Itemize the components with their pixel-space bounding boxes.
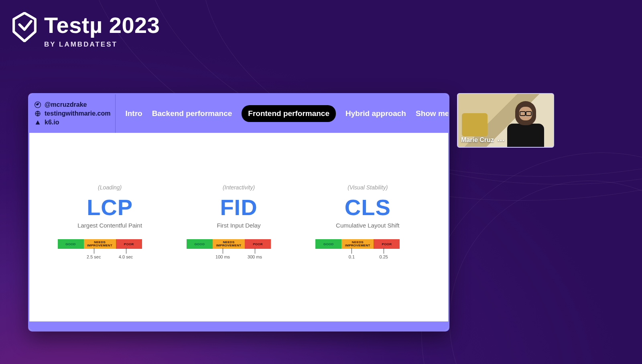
bg-swoosh: [421, 153, 642, 364]
bar-mid: NEEDS IMPROVEMENT: [341, 239, 374, 249]
threshold-high: 0.25: [379, 254, 388, 259]
threshold-ticks: 0.1 0.25: [325, 249, 410, 260]
threshold-low: 100 ms: [215, 254, 230, 259]
threshold-low: 0.1: [349, 254, 355, 259]
metric-abbr: FID: [187, 196, 291, 219]
globe-icon: [34, 110, 41, 117]
metric-cls: (Visual Stability) CLS Cumulative Layout…: [315, 184, 420, 260]
threshold-bar: GOOD NEEDS IMPROVEMENT POOR: [58, 239, 142, 249]
event-subtitle: BY LAMBDATEST: [44, 41, 160, 49]
presenter-name: Marie Cruz •••: [461, 136, 505, 144]
speaker-site: testingwithmarie.com: [45, 110, 110, 117]
metric-category: (Visual Stability): [315, 184, 420, 191]
metric-category: (Interactivity): [187, 184, 291, 191]
event-title: Testµ 2023: [44, 12, 160, 38]
metric-lcp: (Loading) LCP Largest Contentful Paint G…: [58, 184, 162, 260]
tab-frontend[interactable]: Frontend performance: [242, 105, 336, 122]
metric-full: First Input Delay: [187, 222, 291, 229]
threshold-low: 2.5 sec: [87, 254, 101, 259]
presenter-name-text: Marie Cruz: [461, 136, 494, 143]
presentation-topbar: @mcruzdrake testingwithmarie.com k6.io I…: [29, 94, 448, 133]
bg-swoosh: [449, 181, 642, 364]
metric-abbr: LCP: [58, 196, 162, 219]
tab-intro[interactable]: Intro: [125, 109, 142, 118]
tab-showme[interactable]: Show me!: [416, 109, 449, 118]
tab-backend[interactable]: Backend performance: [152, 109, 232, 118]
bar-mid: NEEDS IMPROVEMENT: [84, 239, 116, 249]
bar-good: GOOD: [187, 239, 213, 249]
threshold-ticks: 2.5 sec 4.0 sec: [68, 249, 152, 260]
metric-abbr: CLS: [315, 196, 420, 219]
slide-content: (Loading) LCP Largest Contentful Paint G…: [29, 133, 448, 330]
speaker-info: @mcruzdrake testingwithmarie.com k6.io: [29, 94, 116, 133]
metric-category: (Loading): [58, 184, 162, 191]
core-web-vitals: (Loading) LCP Largest Contentful Paint G…: [29, 184, 448, 260]
presentation-window: Marie Cruz Is Presenting @mcruzdrake tes…: [28, 93, 449, 331]
event-brand: Testµ 2023 BY LAMBDATEST: [12, 12, 160, 49]
ellipsis-icon: •••: [496, 138, 505, 143]
threshold-bar: GOOD NEEDS IMPROVEMENT POOR: [187, 239, 271, 249]
tab-hybrid[interactable]: Hybrid approach: [345, 109, 406, 118]
bar-mid: NEEDS IMPROVEMENT: [213, 239, 245, 249]
metric-fid: (Interactivity) FID First Input Delay GO…: [187, 184, 291, 260]
bar-poor: POOR: [374, 239, 400, 249]
speaker-twitter: @mcruzdrake: [45, 101, 87, 108]
presenter-webcam[interactable]: Marie Cruz •••: [457, 93, 554, 148]
twitter-icon: [34, 101, 41, 108]
speaker-k6: k6.io: [45, 119, 59, 126]
threshold-high: 4.0 sec: [119, 254, 133, 259]
bar-poor: POOR: [116, 239, 142, 249]
window-bottom-strip: [29, 321, 448, 330]
threshold-high: 300 ms: [248, 254, 262, 259]
lambdatest-logo-icon: [12, 12, 37, 42]
metric-full: Largest Contentful Paint: [58, 222, 162, 229]
bar-good: GOOD: [58, 239, 84, 249]
threshold-bar: GOOD NEEDS IMPROVEMENT POOR: [315, 239, 400, 249]
webcam-chair-shape: [462, 113, 488, 136]
webcam-person-shape: [506, 101, 545, 148]
threshold-ticks: 100 ms 300 ms: [197, 249, 281, 260]
k6-icon: [34, 119, 41, 126]
bar-poor: POOR: [245, 239, 271, 249]
slide-nav: Intro Backend performance Frontend perfo…: [116, 94, 449, 133]
bar-good: GOOD: [315, 239, 341, 249]
metric-full: Cumulative Layout Shift: [315, 222, 420, 229]
